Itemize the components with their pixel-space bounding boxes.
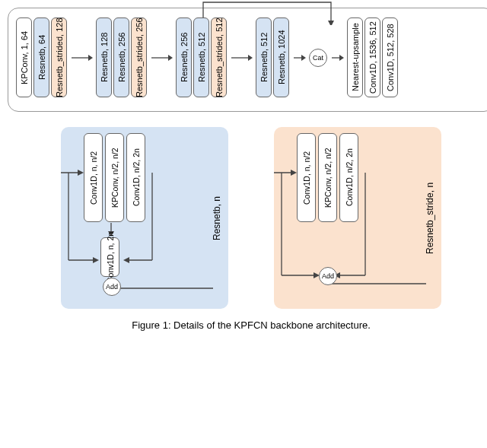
block: Resnetb, 1024 <box>273 17 289 97</box>
sub-block: KPConv, n/2, n/2 <box>105 133 124 222</box>
svg-marker-4 <box>328 21 334 25</box>
main-architecture-frame: KPConv, 1, 64 Resnetb, 64 Resnetb_stride… <box>8 8 487 112</box>
svg-marker-6 <box>248 55 253 61</box>
svg-marker-3 <box>168 55 173 61</box>
block: Resnetb_strided, 512 <box>211 17 227 97</box>
stage-3: Resnetb, 256 Resnetb, 512 Resnetb_stride… <box>176 17 227 97</box>
arrow-icon <box>148 50 174 65</box>
block: Resnetb, 512 <box>193 17 209 97</box>
add-node: Add <box>103 278 121 296</box>
svg-marker-12 <box>78 170 84 176</box>
sub-block: KPConv, n/2, n/2 <box>318 133 337 222</box>
sub-block: Conv1D, n/2, 2n <box>339 133 358 222</box>
stage-4: Resnetb, 512 Resnetb, 1024 <box>256 17 289 97</box>
arrow-icon <box>329 50 345 65</box>
add-label: Add <box>106 283 118 291</box>
resnetb-side-path: Conv1D, n, 2n <box>100 237 119 277</box>
cat-label: Cat <box>313 54 323 62</box>
block: Conv1D, 512, 528 <box>382 17 398 97</box>
block: Nearest-upsample <box>347 17 363 97</box>
svg-marker-1 <box>88 55 93 61</box>
add-label: Add <box>322 272 334 280</box>
arrow-icon <box>228 50 254 65</box>
resnetb-detail: Resnetb, n Conv1D, n, n/2 KPConv, n/2, n… <box>61 127 228 309</box>
block: Conv1D, 1536, 512 <box>364 17 380 97</box>
block: Resnetb_strided, 256 <box>131 17 147 97</box>
sub-block: Conv1D, n, n/2 <box>84 133 103 222</box>
block: Resnetb_strided, 128 <box>51 17 67 97</box>
resnetb-stride-main-path: Conv1D, n, n/2 KPConv, n/2, n/2 Conv1D, … <box>297 133 358 222</box>
sub-block: Conv1D, n, n/2 <box>297 133 316 222</box>
stage-5: Nearest-upsample Conv1D, 1536, 512 Conv1… <box>347 17 398 97</box>
cat-node: Cat <box>309 49 327 67</box>
sub-blocks-row: Resnetb, n Conv1D, n, n/2 KPConv, n/2, n… <box>8 127 487 309</box>
svg-marker-8 <box>301 55 306 61</box>
svg-marker-25 <box>291 170 297 176</box>
block: Resnetb, 512 <box>256 17 272 97</box>
svg-marker-10 <box>339 55 344 61</box>
svg-marker-15 <box>93 257 99 263</box>
arrow-icon <box>68 50 94 65</box>
stage-1: KPConv, 1, 64 Resnetb, 64 Resnetb_stride… <box>16 17 67 97</box>
resnetb-stride-detail: Resnetb_stride, n Conv1D, n, n/2 KPConv,… <box>274 127 441 309</box>
add-node: Add <box>319 267 337 285</box>
block: Resnetb, 256 <box>113 17 129 97</box>
resnetb-main-path: Conv1D, n, n/2 KPConv, n/2, n/2 Conv1D, … <box>84 133 145 222</box>
block: Resnetb, 256 <box>176 17 192 97</box>
main-pipeline-row: KPConv, 1, 64 Resnetb, 64 Resnetb_stride… <box>16 17 486 97</box>
figure-caption: Figure 1: Details of the KPFCN backbone … <box>8 319 487 331</box>
skip-source-stage-3: Resnetb, 256 Resnetb, 512 Resnetb_stride… <box>176 17 227 97</box>
sub-block: Conv1D, n/2, 2n <box>126 133 145 222</box>
block: KPConv, 1, 64 <box>16 17 32 97</box>
stage-2: Resnetb, 128 Resnetb, 256 Resnetb_stride… <box>96 17 147 97</box>
block: Resnetb, 128 <box>96 17 112 97</box>
sub-block: Conv1D, n, 2n <box>100 237 119 277</box>
svg-marker-21 <box>123 257 129 263</box>
block: Resnetb, 64 <box>33 17 49 97</box>
arrow-icon <box>291 50 307 65</box>
